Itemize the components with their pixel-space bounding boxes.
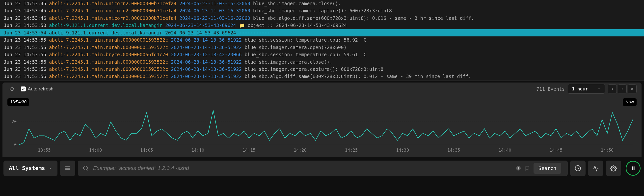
auto-refresh-label: Auto refresh	[28, 86, 54, 92]
bookmark-icon[interactable]	[524, 166, 530, 171]
help-icon[interactable]: ?	[516, 166, 521, 171]
chart-svg: 20013:5514:0014:0514:1014:1514:2014:2514…	[9, 99, 635, 154]
log-timestamp: Jun 23 14:53:55	[4, 52, 46, 57]
pause-button[interactable]	[626, 161, 640, 176]
log-session: 2024-06-23-14-13-36-51922	[171, 44, 242, 50]
log-line[interactable]: Jun 23 14:53:50 abcli-9.121.1.current.de…	[0, 22, 644, 29]
log-message: blue_sbc.session: temperature.cpu: 59.61…	[244, 52, 366, 57]
pause-icon	[630, 166, 636, 171]
time-range-label: 1 hour	[572, 86, 588, 92]
log-session: 2024-06-23-14-53-43-69624	[165, 30, 236, 36]
history-button[interactable]	[570, 160, 586, 176]
event-chart[interactable]: 13:54:30 Now 20013:5514:0014:0514:1014:1…	[2, 96, 642, 157]
log-message: blue_sbc.imager.camera.capture(): 600x72…	[253, 8, 392, 14]
svg-line-22	[87, 169, 88, 170]
clock-icon	[575, 165, 581, 172]
hamburger-icon	[65, 165, 70, 171]
svg-text:14:40: 14:40	[498, 148, 511, 153]
events-count: 711 Events	[536, 86, 565, 92]
log-message: -----------	[239, 30, 270, 36]
log-line[interactable]: Jun 23 14:53:55 abcli-7.2245.1.main.nura…	[0, 36, 644, 44]
log-line[interactable]: Jun 23 14:53:45 abcli-7.2245.1.main.unic…	[0, 0, 644, 7]
log-timestamp: Jun 23 14:53:56	[4, 74, 46, 79]
log-source: abcli-7.2245.1.main.unicorn2.00000000b71…	[49, 8, 176, 14]
log-line[interactable]: Jun 23 14:53:54 abcli-9.121.1.current.de…	[0, 29, 644, 36]
settings-button[interactable]	[606, 160, 621, 176]
log-source: abcli-7.2245.1.main.nurah.00000000159352…	[49, 59, 168, 65]
log-session: 2024-06-23-14-13-36-51922	[171, 59, 242, 65]
log-timestamp: Jun 23 14:53:55	[4, 44, 46, 50]
activity-icon	[592, 165, 599, 172]
time-start-badge: 13:54:30	[8, 98, 29, 106]
log-timestamp: Jun 23 14:53:45	[4, 1, 46, 6]
log-viewer[interactable]: Jun 23 14:53:45 abcli-7.2245.1.main.unic…	[0, 0, 644, 80]
svg-text:14:45: 14:45	[550, 148, 562, 153]
control-bar: Auto refresh 711 Events 1 hour	[2, 82, 642, 96]
close-icon	[630, 87, 634, 91]
prev-button[interactable]	[608, 84, 617, 94]
time-now-badge: Now	[623, 98, 636, 106]
svg-text:13:55: 13:55	[38, 148, 51, 153]
svg-point-21	[84, 166, 88, 170]
systems-label: All Systems	[9, 165, 45, 171]
svg-rect-27	[632, 166, 633, 170]
svg-text:14:05: 14:05	[140, 148, 153, 153]
log-session: 2024-06-23-11-03-16-32060	[179, 1, 250, 6]
log-timestamp: Jun 23 14:53:56	[4, 59, 46, 65]
log-message: blue_sbc.algo.diff.same(600x728x3:uint8)…	[244, 74, 471, 79]
live-tail-button[interactable]	[588, 160, 604, 176]
search-bar: All Systems ? Search	[4, 160, 640, 177]
next-button[interactable]	[618, 84, 627, 94]
search-icon	[83, 165, 89, 171]
auto-refresh-toggle[interactable]: Auto refresh	[21, 86, 54, 92]
gear-icon	[610, 165, 617, 172]
svg-text:14:50: 14:50	[601, 148, 614, 153]
checkbox-checked-icon	[21, 86, 26, 92]
log-timestamp: Jun 23 14:53:50	[4, 22, 46, 28]
chevron-left-icon	[610, 87, 614, 91]
log-source: abcli-7.2245.1.main.nurah.00000000159352…	[49, 74, 168, 79]
log-line[interactable]: Jun 23 14:53:56 abcli-7.2245.1.main.nura…	[0, 73, 644, 80]
log-timestamp: Jun 23 14:53:55	[4, 37, 46, 42]
chevron-down-icon	[48, 166, 52, 170]
svg-point-26	[613, 168, 614, 169]
log-session: 2024-06-23-11-03-16-32060	[179, 15, 250, 21]
svg-text:14:20: 14:20	[294, 148, 307, 153]
log-source: abcli-7.2245.1.main.nurah.00000000159352…	[49, 66, 168, 72]
log-line[interactable]: Jun 23 14:53:56 abcli-7.2245.1.main.nura…	[0, 66, 644, 73]
search-input-wrap: ? Search	[78, 160, 568, 176]
log-timestamp: Jun 23 14:53:56	[4, 66, 46, 72]
refresh-button[interactable]	[8, 84, 16, 94]
log-session: 2024-06-23-14-53-43-69624	[165, 22, 236, 28]
divider	[0, 80, 644, 81]
log-source: abcli-7.2245.1.main.nurah.00000000159352…	[49, 44, 168, 50]
log-source: abcli-7.2245.1.main.unicorn2.00000000b71…	[49, 1, 176, 6]
log-timestamp: Jun 23 14:53:54	[4, 30, 46, 36]
systems-dropdown[interactable]: All Systems	[4, 160, 58, 176]
close-button[interactable]	[628, 84, 636, 94]
log-line[interactable]: Jun 23 14:53:46 abcli-7.2245.1.main.unic…	[0, 14, 644, 22]
svg-text:14:30: 14:30	[396, 148, 409, 153]
log-message: blue_sbc.imager.camera.open(728x600)	[244, 44, 346, 50]
menu-button[interactable]	[60, 160, 75, 176]
svg-text:14:25: 14:25	[345, 148, 358, 153]
log-line[interactable]: Jun 23 14:53:45 abcli-7.2245.1.main.unic…	[0, 7, 644, 14]
log-session: 2024-06-23-14-13-36-51922	[171, 37, 242, 42]
log-source: abcli-9.121.1.current.dev.local.kamangir	[49, 22, 162, 28]
svg-text:20: 20	[12, 119, 17, 124]
search-input[interactable]	[93, 165, 511, 172]
log-session: 2024-06-23-14-13-36-51922	[171, 74, 242, 79]
log-source: abcli-9.121.1.current.dev.local.kamangir	[49, 30, 162, 36]
log-line[interactable]: Jun 23 14:53:56 abcli-7.2245.1.main.nura…	[0, 58, 644, 66]
log-line[interactable]: Jun 23 14:53:55 abcli-7.2245.1.main.bryc…	[0, 51, 644, 58]
log-message: blue_sbc.imager.camera.capture(): 600x72…	[244, 66, 384, 72]
log-line[interactable]: Jun 23 14:53:55 abcli-7.2245.1.main.nura…	[0, 44, 644, 51]
log-message: blue_sbc.algo.diff.same(600x728x3:uint8)…	[253, 15, 474, 21]
time-range-dropdown[interactable]: 1 hour	[568, 84, 605, 94]
log-message: blue_sbc.session: temperature.cpu: 56.92…	[244, 37, 366, 42]
search-button[interactable]: Search	[534, 163, 561, 174]
chevron-down-icon	[597, 87, 601, 91]
log-message: 📁 object :: 2024-06-23-14-53-43-69624	[239, 22, 347, 28]
log-message: blue_sbc.imager.camera.close().	[253, 1, 341, 6]
log-source: abcli-7.2245.1.main.unicorn2.00000000b71…	[49, 15, 176, 21]
